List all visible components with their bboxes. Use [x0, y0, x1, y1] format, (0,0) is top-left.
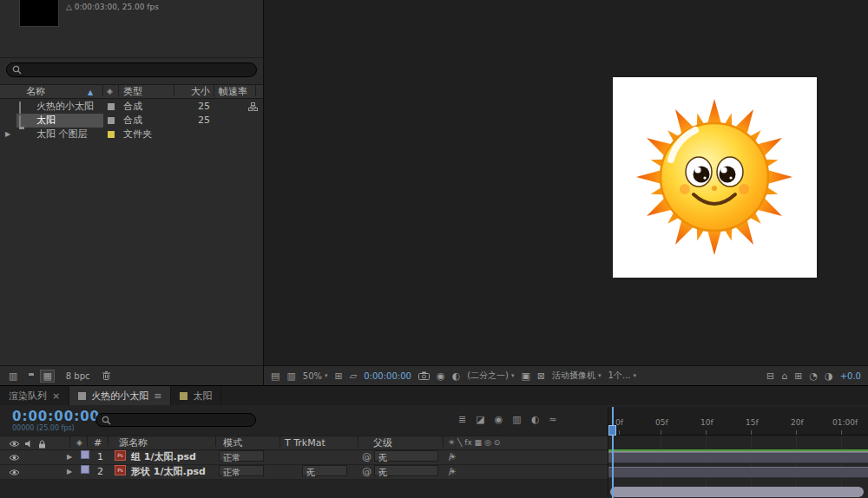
psd-file-icon: Ps	[115, 450, 126, 461]
ruler-label: 0f	[615, 418, 623, 427]
tab-composition-sun[interactable]: 太阳	[171, 386, 221, 405]
interpret-footage-icon[interactable]: ▥	[9, 370, 17, 382]
parent-dropdown[interactable]: 无 ▾	[374, 465, 438, 476]
frame-blending-icon[interactable]: ▥	[512, 414, 521, 425]
transparency-grid-icon[interactable]: ⊠	[537, 370, 545, 382]
time-ruler[interactable]: 0f 05f 10f 15f 20f 01:00f	[608, 407, 868, 436]
parent-pickwhip-icon[interactable]: @	[362, 465, 372, 479]
eye-icon[interactable]	[9, 469, 20, 476]
composition-viewer[interactable]	[264, 0, 868, 365]
timeline-search-input[interactable]	[95, 413, 256, 427]
graph-editor-icon[interactable]: ≈	[549, 414, 556, 425]
resolution-dropdown[interactable]: (二分之一) ▾	[467, 370, 514, 382]
resolution-value: (二分之一)	[467, 370, 509, 382]
flowchart-icon[interactable]	[248, 102, 258, 111]
layer-row[interactable]: ▶ 2 Ps 形状 1/太阳.psd 正常 ▾ 无 ▾ @ 无 ▾ ☀ /	[0, 465, 608, 480]
column-framerate[interactable]: 帧速率	[219, 85, 247, 98]
video-column-eye-icon[interactable]	[9, 440, 20, 448]
mini-flowchart-icon[interactable]: ≣	[458, 414, 466, 425]
new-composition-icon[interactable]: ▦	[40, 370, 54, 383]
eye-icon[interactable]	[9, 454, 20, 462]
audio-column-speaker-icon[interactable]	[24, 440, 32, 448]
camera-dropdown[interactable]: 活动摄像机 ▾	[552, 370, 602, 382]
blend-mode-dropdown[interactable]: 正常 ▾	[219, 450, 264, 462]
column-size[interactable]: 大小	[177, 85, 210, 98]
show-channel-icon[interactable]: ◐	[452, 370, 461, 382]
close-icon[interactable]: ×	[52, 390, 60, 402]
column-separator	[174, 85, 174, 96]
viewer-options-icon[interactable]: ▥	[286, 370, 295, 382]
layer-label-swatch[interactable]	[81, 450, 89, 459]
project-search-input[interactable]	[6, 62, 257, 77]
project-row-folder[interactable]: ▶ 太阳 个图层 文件夹	[0, 128, 263, 141]
layer-expand-icon[interactable]: ▶	[67, 450, 72, 464]
expand-triangle-icon[interactable]: ▶	[5, 128, 10, 141]
label-column-icon[interactable]: ◈	[76, 436, 82, 449]
number-column-icon[interactable]: #	[94, 436, 102, 449]
view-layout-dropdown[interactable]: 1个... ▾	[608, 370, 636, 382]
color-depth-button[interactable]: 8 bpc	[66, 371, 90, 381]
fast-previews-icon[interactable]: ⌂	[781, 370, 787, 382]
layer-source-name[interactable]: 形状 1/太阳.psd	[131, 465, 206, 479]
layer-row[interactable]: ▶ 1 Ps 组 1/太阳.psd 正常 ▾ @ 无 ▾ ☀ /	[0, 450, 608, 465]
project-panel: △ 0:00:03:00, 25.00 fps 名称 ▲ ◈ 类型 大小 帧速率	[0, 0, 264, 385]
layer-expand-icon[interactable]: ▶	[67, 465, 72, 479]
label-color-column-icon[interactable]: ◈	[107, 85, 113, 98]
motion-blur-icon[interactable]: ◐	[531, 414, 540, 425]
label-color-swatch[interactable]	[108, 131, 115, 138]
column-separator	[215, 436, 216, 447]
column-trkmat[interactable]: T TrkMat	[285, 436, 326, 449]
exposure-value[interactable]: +0.0	[840, 371, 861, 381]
delete-icon[interactable]	[102, 370, 111, 381]
column-name[interactable]: 名称	[26, 85, 45, 98]
timeline-track-area[interactable]: 0f 05f 10f 15f 20f 01:00f	[608, 407, 868, 498]
column-type[interactable]: 类型	[123, 85, 142, 98]
parent-pickwhip-icon[interactable]: @	[362, 450, 372, 464]
viewer-lock-icon[interactable]: ▤	[271, 370, 279, 382]
layer-duration-bar[interactable]	[608, 452, 868, 463]
column-mode[interactable]: 模式	[223, 436, 242, 449]
lock-column-icon[interactable]	[38, 440, 46, 449]
column-source-name[interactable]: 源名称	[119, 436, 148, 449]
viewer-timecode[interactable]: 0:00:00:00	[364, 371, 411, 381]
toggle-mask-icon[interactable]: ▱	[350, 370, 357, 382]
tab-render-queue[interactable]: 渲染队列 ×	[0, 386, 69, 405]
project-row-composition[interactable]: 火热的小太阳 合成 25	[0, 100, 263, 114]
magnification-dropdown[interactable]: 50% ▾	[303, 371, 328, 381]
pixel-aspect-icon[interactable]: ⊟	[766, 370, 774, 382]
panel-menu-icon[interactable]: ≡	[154, 390, 161, 402]
show-snapshot-icon[interactable]: ◉	[437, 370, 445, 382]
snapshot-icon[interactable]	[418, 371, 430, 380]
column-separator	[118, 85, 119, 96]
sort-ascending-icon[interactable]: ▲	[88, 86, 93, 99]
label-color-swatch[interactable]	[108, 117, 115, 124]
project-columns-header: 名称 ▲ ◈ 类型 大小 帧速率	[0, 84, 263, 99]
current-time-display[interactable]: 0:00:00:00	[12, 409, 100, 424]
layer-duration-bar[interactable]	[608, 467, 868, 478]
hide-shy-layers-icon[interactable]: ◉	[495, 414, 503, 425]
project-row-composition-selected[interactable]: 太阳 合成 25	[0, 114, 263, 128]
timeline-button-icon[interactable]: ⊞	[794, 370, 802, 382]
quality-icon[interactable]: /	[449, 465, 451, 479]
choose-grid-icon[interactable]: ⊞	[335, 370, 343, 382]
draft-3d-icon[interactable]: ◪	[476, 414, 484, 425]
horizontal-scrollbar[interactable]	[610, 487, 864, 497]
column-parent[interactable]: 父级	[373, 436, 392, 449]
label-color-swatch[interactable]	[108, 103, 115, 110]
region-of-interest-icon[interactable]: ▣	[521, 370, 529, 382]
quality-icon[interactable]: /	[449, 450, 451, 464]
current-time-indicator-handle[interactable]	[608, 425, 616, 436]
trkmat-dropdown[interactable]: 无 ▾	[302, 465, 347, 476]
composition-canvas[interactable]	[613, 77, 817, 278]
layer-source-name[interactable]: 组 1/太阳.psd	[131, 450, 196, 464]
tab-composition-active[interactable]: 火热的小太阳 ≡	[69, 386, 171, 405]
footage-info: △ 0:00:03:00, 25.00 fps	[66, 3, 159, 11]
reset-exposure-icon[interactable]: ◔	[809, 370, 818, 382]
item-type: 合成	[123, 100, 142, 114]
layer-label-swatch[interactable]	[81, 465, 89, 474]
current-time-indicator-line[interactable]	[612, 407, 614, 498]
chevron-down-icon: ▾	[511, 372, 515, 379]
blend-mode-dropdown[interactable]: 正常 ▾	[219, 465, 264, 476]
item-type: 合成	[123, 114, 142, 128]
parent-dropdown[interactable]: 无 ▾	[374, 450, 438, 462]
